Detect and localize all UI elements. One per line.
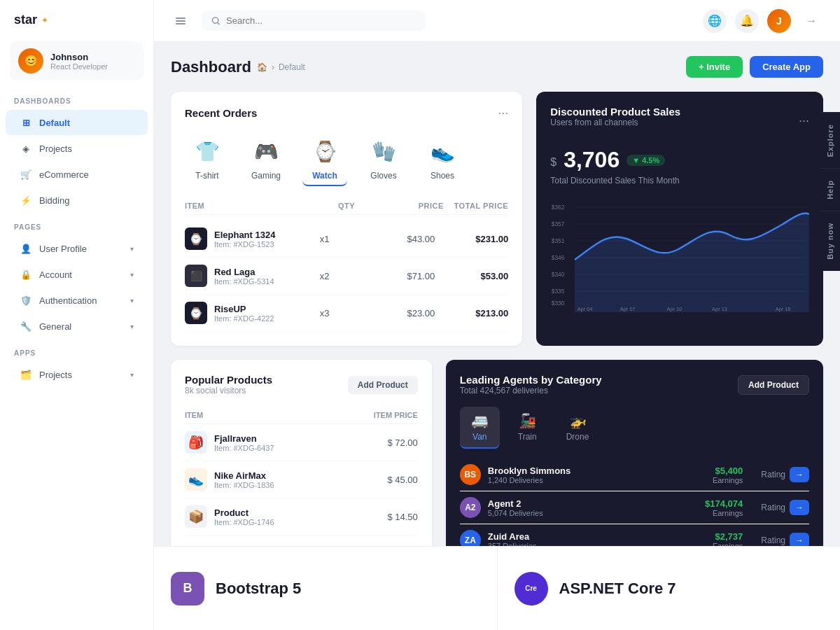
- chart-fill: [575, 214, 809, 312]
- search-box[interactable]: [202, 10, 426, 31]
- earnings-value-1: $5,400: [713, 465, 743, 476]
- promo-banner: B Bootstrap 5 Cre ASP.NET Core 7: [154, 546, 840, 630]
- svg-text:$330: $330: [552, 300, 565, 307]
- product-icon-1: ⌚: [185, 227, 207, 250]
- svg-rect-1: [176, 20, 186, 22]
- promo-aspnet[interactable]: Cre ASP.NET Core 7: [498, 547, 841, 630]
- promo-bootstrap[interactable]: B Bootstrap 5: [154, 547, 497, 630]
- sidebar-item-apps-projects[interactable]: 🗂️ Projects ▾: [6, 362, 148, 387]
- col-qty-label: QTY: [314, 202, 379, 210]
- tab-tshirt[interactable]: 👕 T-shirt: [185, 132, 230, 186]
- top-cards-row: Recent Orders ··· 👕 T-shirt 🎮 Gaming ⌚: [171, 92, 823, 346]
- rating-label-3: Rating: [761, 536, 785, 545]
- svg-text:Apr 07: Apr 07: [620, 306, 636, 312]
- user-avatar-topbar[interactable]: J: [767, 9, 791, 33]
- tab-van[interactable]: 🚐 Van: [460, 407, 500, 449]
- rating-arrow-2[interactable]: →: [790, 500, 809, 515]
- agent-avatar-1: BS: [460, 464, 481, 485]
- help-tab[interactable]: Help: [820, 168, 840, 211]
- product-name-1: Elephant 1324: [214, 230, 288, 240]
- order-qty-1: x1: [288, 234, 361, 244]
- popular-products-card: Popular Products 8k social visitors Add …: [171, 360, 432, 571]
- bootstrap-icon: B: [171, 572, 204, 606]
- chevron-down-icon: ▾: [130, 323, 134, 330]
- agents-add-product-button[interactable]: Add Product: [738, 375, 809, 395]
- earnings-label-2: Earnings: [705, 509, 743, 517]
- tab-train[interactable]: 🚂 Train: [507, 407, 548, 449]
- sidebar-item-user-profile[interactable]: 👤 User Profile ▾: [6, 236, 148, 261]
- invite-button[interactable]: + Invite: [686, 56, 743, 78]
- sidebar-item-projects[interactable]: ◈ Projects: [6, 136, 148, 161]
- rating-arrow-1[interactable]: →: [790, 467, 809, 482]
- user-icon: 👤: [20, 242, 32, 255]
- sidebar-item-authentication[interactable]: 🛡️ Authentication ▾: [6, 288, 148, 313]
- agent-info-1: Brooklyn Simmons 1,240 Deliveries: [488, 465, 706, 484]
- apps-icon: 🗂️: [20, 368, 32, 381]
- sidebar-user[interactable]: 😊 Johnson React Developer: [10, 41, 144, 80]
- product-id-3p: Item: #XDG-1746: [214, 518, 387, 526]
- product-id-3: Item: #XDG-4222: [214, 314, 288, 323]
- sidebar-item-default[interactable]: ⊞ Default: [6, 110, 148, 135]
- discounted-subtitle: Users from all channels: [550, 118, 680, 127]
- tab-gaming[interactable]: 🎮 Gaming: [244, 132, 288, 186]
- arrow-right-icon[interactable]: →: [799, 9, 823, 33]
- sidebar-item-bidding[interactable]: ⚡ Bidding: [6, 188, 148, 213]
- leading-agents-header: Leading Agents by Category Total 424,567…: [460, 374, 809, 396]
- buy-now-tab[interactable]: Buy now: [820, 211, 840, 271]
- avatar: 😊: [18, 48, 43, 74]
- sidebar-item-general[interactable]: 🔧 General ▾: [6, 314, 148, 339]
- bidding-icon: ⚡: [20, 194, 32, 206]
- discounted-header: Discounted Product Sales Users from all …: [550, 106, 809, 136]
- sidebar-item-account[interactable]: 🔒 Account ▾: [6, 262, 148, 287]
- chevron-down-icon: ▾: [130, 297, 134, 304]
- leading-agents-card: Leading Agents by Category Total 424,567…: [446, 360, 823, 571]
- order-qty-3: x3: [288, 308, 361, 318]
- topbar-right: 🌐 🔔 J →: [703, 9, 823, 33]
- add-product-button[interactable]: Add Product: [348, 376, 418, 394]
- ecommerce-icon: 🛒: [20, 168, 32, 181]
- gloves-icon: 🧤: [368, 136, 399, 167]
- agent-rating-1: Rating →: [761, 467, 809, 482]
- product-row: 📦 Product Item: #XDG-1746 $ 14.50: [185, 498, 418, 536]
- order-qty-2: x2: [288, 271, 361, 281]
- order-total-2: $53.00: [435, 271, 508, 281]
- collapse-button[interactable]: [171, 11, 190, 31]
- page-title: Dashboard: [171, 58, 251, 76]
- product-id-2: Item: #XDG-5314: [214, 277, 288, 286]
- svg-text:Apr 18: Apr 18: [776, 306, 791, 312]
- agent-row-2: A2 Agent 2 5,074 Deliveries $174,074 Ear…: [460, 491, 809, 524]
- product-price-3: $ 14.50: [387, 512, 417, 522]
- tab-drone[interactable]: 🚁 Drone: [555, 407, 601, 449]
- tab-watch[interactable]: ⌚ Watch: [302, 132, 347, 186]
- bottom-cards-row: Popular Products 8k social visitors Add …: [171, 360, 823, 571]
- svg-text:$351: $351: [552, 237, 565, 244]
- svg-text:Apr 04: Apr 04: [578, 306, 593, 312]
- discounted-menu[interactable]: ···: [799, 113, 809, 128]
- chart-desc: Total Discounted Sales This Month: [550, 176, 809, 186]
- agent-earnings-2: $174,074 Earnings: [705, 498, 743, 517]
- tab-gloves[interactable]: 🧤 Gloves: [361, 132, 406, 186]
- product-name-3: Product: [214, 507, 387, 518]
- sidebar-item-ecommerce[interactable]: 🛒 eCommerce: [6, 162, 148, 187]
- svg-text:$340: $340: [552, 271, 565, 278]
- orders-table: ITEM QTY PRICE TOTAL PRICE ⌚ Elephant 13…: [185, 197, 508, 332]
- logo-star-icon: ✦: [41, 15, 48, 25]
- recent-orders-card: Recent Orders ··· 👕 T-shirt 🎮 Gaming ⌚: [171, 92, 522, 346]
- recent-orders-menu[interactable]: ···: [498, 106, 508, 120]
- create-app-button[interactable]: Create App: [750, 56, 823, 78]
- order-total-1: $231.00: [435, 234, 508, 244]
- chevron-down-icon: ▾: [130, 271, 134, 279]
- globe-icon[interactable]: 🌐: [703, 9, 727, 33]
- logo: star ✦: [0, 0, 153, 34]
- product-id-nike: Item: #XDG-1836: [214, 481, 387, 489]
- explore-tab[interactable]: Explore: [820, 112, 840, 168]
- sidebar-section-pages: PAGES 👤 User Profile ▾ 🔒 Account ▾ 🛡️ Au…: [0, 214, 153, 340]
- notification-icon[interactable]: 🔔: [735, 9, 759, 33]
- search-input[interactable]: [226, 15, 416, 26]
- product-name-3: RiseUP: [214, 304, 288, 314]
- header-actions: + Invite Create App: [686, 56, 823, 78]
- svg-text:$346: $346: [552, 254, 565, 261]
- tab-shoes[interactable]: 👟 Shoes: [420, 132, 465, 186]
- discounted-title: Discounted Product Sales: [550, 106, 680, 118]
- chevron-down-icon: ▾: [130, 245, 134, 253]
